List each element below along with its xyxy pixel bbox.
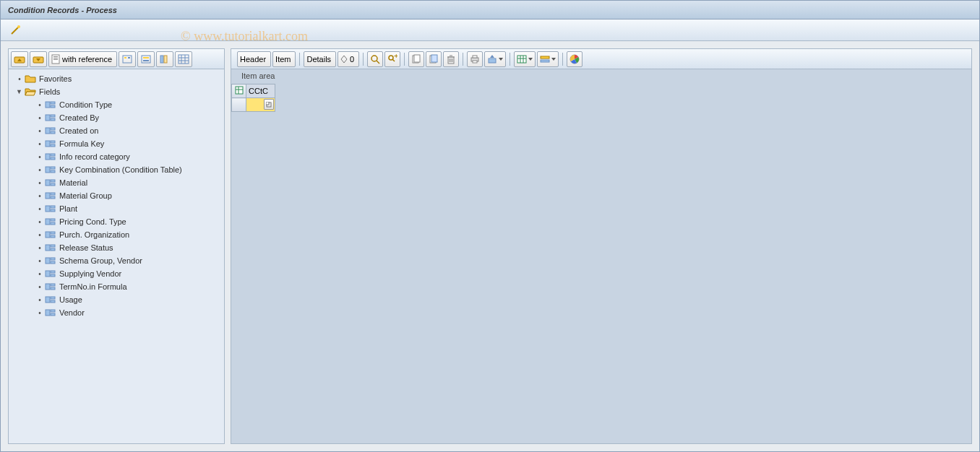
tree-field-item[interactable]: •Created By (10, 111, 223, 124)
svg-rect-47 (46, 206, 50, 212)
svg-rect-7 (53, 56, 58, 57)
tree-field-label: Material Group (59, 191, 112, 200)
svg-rect-36 (51, 154, 55, 156)
tree-field-item[interactable]: •TermNo.in Formula (10, 280, 223, 293)
svg-rect-38 (46, 167, 50, 173)
svg-rect-33 (51, 141, 55, 143)
right-panel: Header Item Details 0 + (231, 48, 972, 444)
app-toolbar (1, 19, 979, 41)
collapse-folder-button[interactable] (11, 51, 28, 67)
tree-node-fields[interactable]: ▼ Fields (10, 85, 223, 98)
dropdown-icon (528, 58, 533, 61)
svg-rect-44 (46, 193, 50, 199)
tree-field-item[interactable]: •Info record category (10, 150, 223, 163)
tree-field-item[interactable]: •Plant (10, 202, 223, 215)
tree-field-label: Key Combination (Condition Table) (59, 165, 182, 174)
field-icon (45, 126, 56, 136)
select-layout-button[interactable] (119, 51, 136, 67)
spreadsheet-button[interactable] (514, 51, 536, 67)
tree-label: Favorites (39, 74, 72, 83)
field-icon (45, 256, 56, 266)
value-help-icon[interactable] (264, 99, 274, 110)
find-next-button[interactable]: + (384, 51, 400, 67)
svg-rect-46 (51, 196, 55, 199)
wand-icon[interactable] (9, 25, 21, 36)
row-header[interactable] (232, 98, 246, 112)
tree-field-item[interactable]: •Purch. Organization (10, 228, 223, 241)
tree-field-item[interactable]: •Material Group (10, 189, 223, 202)
svg-point-1 (17, 25, 20, 28)
svg-rect-99 (541, 56, 549, 58)
svg-rect-66 (51, 284, 55, 286)
nav-button[interactable]: 0 (338, 51, 359, 67)
svg-rect-69 (51, 297, 55, 299)
active-cell[interactable] (246, 98, 275, 112)
svg-rect-59 (46, 258, 50, 264)
bullet-icon: • (36, 153, 43, 160)
svg-rect-27 (51, 115, 55, 117)
separator (562, 53, 563, 66)
svg-rect-40 (51, 170, 55, 173)
tree-field-item[interactable]: •Pricing Cond. Type (10, 215, 223, 228)
tree-field-item[interactable]: •Vendor (10, 306, 223, 319)
tree-field-item[interactable]: •Release Status (10, 241, 223, 254)
grid-corner[interactable] (232, 84, 246, 98)
column-header-cctc[interactable]: CCtC (246, 84, 275, 98)
right-toolbar: Header Item Details 0 + (231, 49, 971, 69)
details-button[interactable]: Details (304, 51, 336, 67)
field-icon (45, 230, 56, 240)
bullet-icon: • (36, 127, 43, 134)
copy-button[interactable] (426, 51, 442, 67)
svg-rect-58 (51, 248, 55, 251)
tree-view[interactable]: • Favorites ▼ Fields •Condition Type•Cre… (9, 69, 224, 443)
change-layout-button[interactable] (137, 51, 155, 67)
layout-button[interactable] (537, 51, 559, 67)
tree-field-item[interactable]: •Key Combination (Condition Table) (10, 163, 223, 176)
svg-rect-39 (51, 167, 55, 169)
cut-button[interactable] (408, 51, 424, 67)
grid-table[interactable]: CCtC (231, 84, 275, 112)
bullet-icon: • (36, 179, 43, 186)
tree-field-label: Created By (59, 113, 99, 122)
bullet-icon: • (36, 283, 43, 290)
print-button[interactable] (467, 51, 483, 67)
expand-folder-button[interactable] (30, 51, 47, 67)
separator (510, 53, 510, 66)
svg-rect-23 (46, 102, 50, 108)
tree-field-item[interactable]: •Supplying Vendor (10, 267, 223, 280)
svg-rect-12 (128, 57, 130, 58)
tree-field-item[interactable]: •Schema Group, Vendor (10, 254, 223, 267)
tree-field-label: Created on (59, 126, 98, 135)
svg-rect-11 (124, 57, 126, 58)
bullet-icon: • (36, 101, 43, 108)
bullet-icon: • (36, 205, 43, 212)
svg-rect-34 (51, 144, 55, 147)
svg-rect-62 (46, 271, 50, 277)
tree-field-item[interactable]: •Condition Type (10, 98, 223, 111)
with-reference-button[interactable]: with reference (48, 51, 117, 67)
tree-field-item[interactable]: •Material (10, 176, 223, 189)
svg-rect-93 (489, 58, 496, 63)
svg-marker-74 (341, 56, 347, 63)
header-button[interactable]: Header (237, 51, 271, 67)
collapse-icon[interactable]: ▼ (16, 89, 23, 95)
svg-rect-52 (51, 222, 55, 225)
item-button[interactable]: Item (272, 51, 296, 67)
tree-field-item[interactable]: •Created on (10, 124, 223, 137)
tree-node-favorites[interactable]: • Favorites (10, 72, 223, 85)
tree-field-item[interactable]: •Usage (10, 293, 223, 306)
delete-button[interactable] (443, 51, 459, 67)
field-icon (45, 139, 56, 149)
export-button[interactable] (484, 51, 506, 67)
tree-field-item[interactable]: •Formula Key (10, 137, 223, 150)
grid-config-button[interactable] (175, 51, 192, 67)
svg-rect-37 (51, 157, 55, 160)
svg-rect-41 (46, 180, 50, 186)
svg-rect-72 (51, 310, 55, 312)
field-icon (45, 282, 56, 292)
column-config-button[interactable] (156, 51, 173, 67)
tree-field-label: Condition Type (59, 100, 112, 109)
separator (463, 53, 463, 66)
find-button[interactable] (367, 51, 383, 67)
graphic-button[interactable] (567, 51, 583, 67)
